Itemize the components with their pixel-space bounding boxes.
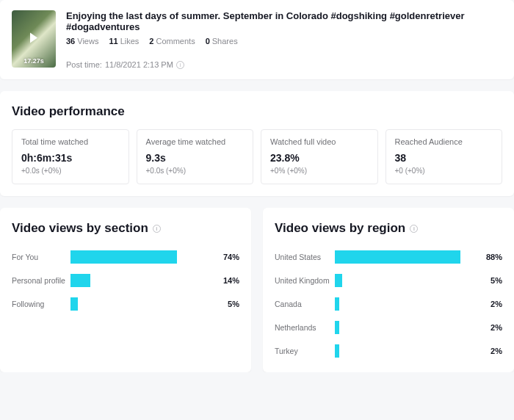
bar-fill [335, 344, 339, 358]
metric-box: Watched full video23.8%+0% (+0%) [261, 129, 378, 184]
bar-value: 2% [477, 347, 502, 355]
section-chart-title-text: Video views by section [12, 221, 148, 236]
bar-label: Following [12, 300, 70, 308]
info-icon[interactable]: i [176, 61, 184, 69]
video-performance-card: Video performance Total time watched0h:6… [0, 91, 514, 196]
metric-box: Total time watched0h:6m:31s+0.0s (+0%) [12, 129, 129, 184]
bar-fill [335, 297, 339, 311]
metric-delta: +0.0s (+0%) [21, 167, 120, 175]
metric-delta: +0% (+0%) [270, 167, 369, 175]
metric-label: Average time watched [146, 137, 245, 146]
post-time-value: 11/8/2021 2:13 PM [105, 60, 173, 69]
bar-fill [335, 321, 339, 334]
region-chart-bars: United States88%United Kingdom5%Canada2%… [275, 250, 502, 358]
bar-track [335, 297, 477, 311]
bar-value: 88% [477, 253, 502, 261]
bar-row: Following5% [12, 297, 239, 311]
video-duration: 17.27s [23, 57, 44, 65]
views-by-section-card: Video views by section i For You74%Perso… [0, 208, 251, 372]
metric-value: 38 [395, 152, 493, 164]
section-chart-bars: For You74%Personal profile14%Following5% [12, 250, 239, 311]
video-header-body: Enjoying the last days of summer. Septem… [66, 10, 502, 69]
stat-views: 36Views [66, 37, 98, 46]
bar-fill [335, 250, 460, 264]
bar-label: United States [275, 253, 335, 261]
bar-value: 2% [477, 323, 502, 332]
charts-row: Video views by section i For You74%Perso… [0, 208, 514, 372]
info-icon[interactable]: i [410, 225, 418, 233]
bar-label: For You [12, 253, 70, 261]
bar-label: United Kingdom [275, 276, 335, 285]
stat-shares: 0Shares [206, 37, 238, 46]
performance-title: Video performance [12, 104, 502, 119]
bar-row: Personal profile14% [12, 274, 239, 287]
bar-value: 74% [214, 253, 239, 261]
bar-track [335, 250, 477, 264]
bar-row: Netherlands2% [275, 321, 502, 334]
bar-fill [335, 274, 342, 287]
metric-label: Total time watched [21, 137, 120, 146]
video-title: Enjoying the last days of summer. Septem… [66, 10, 502, 32]
bar-value: 2% [477, 300, 502, 308]
video-header-card: 17.27s Enjoying the last days of summer.… [0, 0, 514, 79]
views-by-region-card: Video views by region i United States88%… [263, 208, 514, 372]
bar-row: United States88% [275, 250, 502, 264]
play-icon [30, 33, 37, 43]
metric-value: 9.3s [146, 152, 245, 164]
bar-track [335, 274, 477, 287]
post-time-label: Post time: [66, 60, 102, 69]
video-stats-row: 36Views 11Likes 2Comments 0Shares [66, 37, 502, 46]
metric-delta: +0.0s (+0%) [146, 167, 245, 175]
info-icon[interactable]: i [153, 225, 161, 233]
bar-label: Netherlands [275, 323, 335, 332]
bar-row: For You74% [12, 250, 239, 264]
stat-likes: 11Likes [109, 37, 139, 46]
bar-fill [70, 297, 78, 311]
metric-value: 0h:6m:31s [21, 152, 120, 164]
metric-box: Average time watched9.3s+0.0s (+0%) [137, 129, 254, 184]
stat-comments: 2Comments [149, 37, 195, 46]
bar-track [335, 321, 477, 334]
bar-track [70, 297, 214, 311]
region-chart-title: Video views by region i [275, 221, 502, 236]
bar-label: Turkey [275, 347, 335, 355]
bar-value: 14% [214, 276, 239, 285]
bar-label: Personal profile [12, 276, 70, 285]
metric-box: Reached Audience38+0 (+0%) [386, 129, 503, 184]
bar-fill [70, 250, 177, 264]
bar-track [335, 344, 477, 358]
bar-track [70, 274, 214, 287]
bar-value: 5% [477, 276, 502, 285]
bar-row: Turkey2% [275, 344, 502, 358]
metric-value: 23.8% [270, 152, 369, 164]
metric-label: Reached Audience [395, 137, 493, 146]
section-chart-title: Video views by section i [12, 221, 239, 236]
video-thumbnail[interactable]: 17.27s [12, 10, 56, 68]
bar-row: United Kingdom5% [275, 274, 502, 287]
metric-delta: +0 (+0%) [395, 167, 493, 175]
performance-metrics: Total time watched0h:6m:31s+0.0s (+0%)Av… [12, 129, 502, 184]
bar-label: Canada [275, 300, 335, 308]
region-chart-title-text: Video views by region [275, 221, 405, 236]
metric-label: Watched full video [270, 137, 369, 146]
bar-row: Canada2% [275, 297, 502, 311]
bar-track [70, 250, 214, 264]
bar-fill [70, 274, 90, 287]
bar-value: 5% [214, 300, 239, 308]
post-time: Post time: 11/8/2021 2:13 PM i [66, 60, 502, 69]
